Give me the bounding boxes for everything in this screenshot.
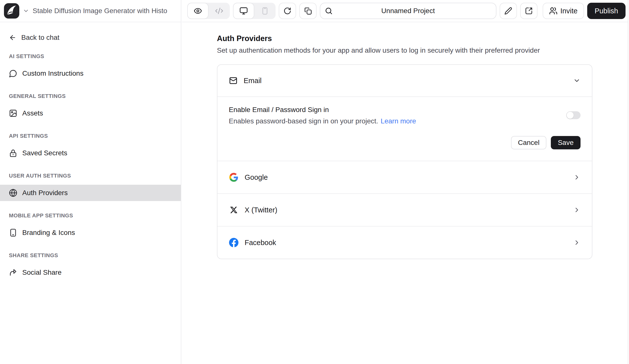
eye-icon bbox=[194, 7, 202, 15]
sidebar-header: Stable Diffusion Image Generator with Hi… bbox=[0, 0, 181, 22]
refresh-icon bbox=[284, 7, 291, 15]
x-twitter-icon bbox=[229, 206, 239, 214]
sidebar-item-label: Auth Providers bbox=[22, 189, 68, 197]
provider-label: Google bbox=[245, 173, 268, 182]
sidebar-item-saved-secrets[interactable]: Saved Secrets bbox=[0, 145, 181, 161]
auth-providers-card: Email Enable Email / Password Sign in En… bbox=[217, 64, 592, 259]
publish-label: Publish bbox=[595, 7, 618, 15]
app-window: Stable Diffusion Image Generator with Hi… bbox=[0, 0, 629, 364]
email-toggle-label: Enable Email / Password Sign in bbox=[229, 106, 329, 114]
phone-icon bbox=[261, 7, 269, 15]
project-name-input[interactable] bbox=[320, 3, 496, 18]
sidebar-item-label: Custom Instructions bbox=[22, 70, 83, 77]
google-icon bbox=[229, 173, 239, 182]
monitor-icon bbox=[239, 7, 248, 15]
arrow-left-icon bbox=[9, 34, 16, 41]
view-mode-segmented-control bbox=[187, 3, 230, 19]
back-to-chat-button[interactable]: Back to chat bbox=[0, 30, 181, 45]
toggle-knob bbox=[567, 112, 574, 119]
provider-label: X (Twitter) bbox=[245, 206, 277, 214]
copy-icon bbox=[304, 7, 312, 15]
page-title: Auth Providers bbox=[217, 34, 592, 43]
chevron-down-icon bbox=[573, 77, 581, 84]
sidebar-item-label: Saved Secrets bbox=[22, 149, 67, 157]
section-title-mobile-app-settings: MOBILE APP SETTINGS bbox=[0, 210, 181, 221]
code-mode-button[interactable] bbox=[208, 3, 230, 19]
project-menu-chevron-down-icon[interactable] bbox=[23, 8, 29, 14]
sidebar-item-social-share[interactable]: Social Share bbox=[0, 264, 181, 281]
top-toolbar: Invite Publish bbox=[182, 0, 629, 22]
image-icon bbox=[9, 109, 17, 118]
invite-button[interactable]: Invite bbox=[543, 3, 584, 19]
cancel-button[interactable]: Cancel bbox=[511, 136, 546, 149]
x-twitter-provider-row[interactable]: X (Twitter) bbox=[217, 194, 592, 226]
invite-label: Invite bbox=[561, 7, 578, 15]
section-title-ai-settings: AI SETTINGS bbox=[0, 51, 181, 62]
chat-bubble-icon bbox=[9, 69, 17, 78]
open-external-button[interactable] bbox=[520, 3, 537, 19]
email-panel-actions: Cancel Save bbox=[511, 136, 581, 149]
section-title-api-settings: API SETTINGS bbox=[0, 130, 181, 141]
lock-icon bbox=[9, 149, 17, 157]
external-link-icon bbox=[525, 7, 533, 15]
back-to-chat-label: Back to chat bbox=[21, 34, 59, 42]
chevron-right-icon bbox=[573, 239, 581, 246]
sidebar-item-custom-instructions[interactable]: Custom Instructions bbox=[0, 65, 181, 82]
project-title: Stable Diffusion Image Generator with Hi… bbox=[33, 7, 176, 15]
email-password-toggle[interactable] bbox=[566, 111, 581, 119]
sidebar-item-branding-icons[interactable]: Branding & Icons bbox=[0, 225, 181, 241]
globe-icon bbox=[9, 189, 17, 197]
mobile-view-button[interactable] bbox=[254, 3, 276, 19]
sidebar-item-label: Branding & Icons bbox=[22, 229, 75, 237]
logo-swoosh-icon bbox=[4, 3, 19, 18]
desktop-view-button[interactable] bbox=[233, 3, 254, 19]
smartphone-icon bbox=[9, 229, 17, 237]
edit-project-name-button[interactable] bbox=[500, 3, 517, 19]
chevron-right-icon bbox=[573, 174, 581, 181]
email-toggle-description-text: Enables password-based sign in on your p… bbox=[229, 117, 378, 125]
code-icon bbox=[215, 7, 223, 15]
scrollbar-track[interactable] bbox=[628, 0, 629, 364]
device-mode-segmented-control bbox=[233, 3, 276, 19]
google-provider-row[interactable]: Google bbox=[217, 161, 592, 193]
users-icon bbox=[549, 7, 558, 15]
section-title-user-auth-settings: USER AUTH SETTINGS bbox=[0, 170, 181, 181]
pencil-icon bbox=[504, 7, 512, 15]
email-toggle-description: Enables password-based sign in on your p… bbox=[229, 117, 416, 125]
save-button[interactable]: Save bbox=[551, 136, 581, 149]
settings-sidebar: Stable Diffusion Image Generator with Hi… bbox=[0, 0, 181, 364]
sidebar-item-assets[interactable]: Assets bbox=[0, 105, 181, 121]
page-description: Set up authentication methods for your a… bbox=[217, 46, 592, 54]
email-settings-panel: Enable Email / Password Sign in Enables … bbox=[217, 97, 592, 161]
main-content: Auth Providers Set up authentication met… bbox=[182, 22, 629, 364]
settings-nav: Back to chat AI SETTINGS Custom Instruct… bbox=[0, 22, 181, 281]
learn-more-link[interactable]: Learn more bbox=[381, 117, 416, 125]
sidebar-item-label: Social Share bbox=[22, 268, 62, 276]
mail-icon bbox=[229, 76, 238, 85]
section-title-share-settings: SHARE SETTINGS bbox=[0, 250, 181, 261]
search-icon bbox=[325, 7, 333, 15]
copy-button[interactable] bbox=[299, 3, 316, 19]
email-provider-label: Email bbox=[244, 77, 262, 85]
sidebar-item-label: Assets bbox=[22, 109, 43, 117]
preview-mode-button[interactable] bbox=[187, 3, 208, 19]
sidebar-item-auth-providers[interactable]: Auth Providers bbox=[0, 185, 181, 201]
app-logo[interactable] bbox=[4, 3, 19, 18]
provider-label: Facebook bbox=[245, 239, 276, 247]
email-accordion-header[interactable]: Email bbox=[217, 65, 592, 97]
project-search-bar bbox=[320, 3, 496, 19]
share-forward-icon bbox=[9, 268, 17, 277]
section-title-general-settings: GENERAL SETTINGS bbox=[0, 91, 181, 102]
refresh-button[interactable] bbox=[279, 3, 296, 19]
publish-button[interactable]: Publish bbox=[587, 3, 626, 19]
facebook-icon bbox=[229, 238, 239, 247]
facebook-provider-row[interactable]: Facebook bbox=[217, 227, 592, 259]
chevron-right-icon bbox=[573, 206, 581, 214]
